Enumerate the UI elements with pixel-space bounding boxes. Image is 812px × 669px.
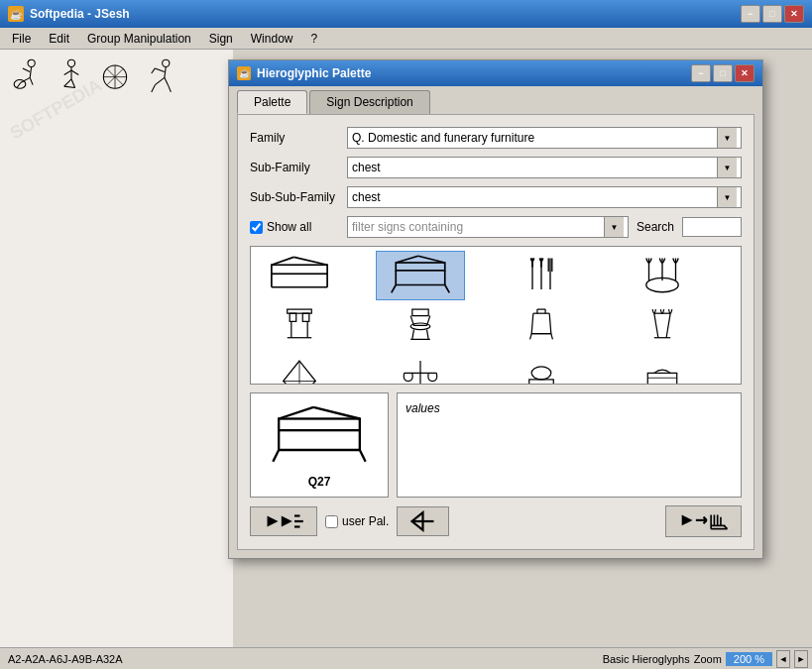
preview-label: Q27 xyxy=(308,475,331,489)
back-button[interactable] xyxy=(397,506,449,536)
subfamily-select-arrow[interactable]: ▼ xyxy=(717,158,737,177)
menu-help[interactable]: ? xyxy=(302,30,325,48)
app-title: Softpedia - JSesh xyxy=(30,7,130,21)
svg-line-22 xyxy=(152,68,156,73)
svg-line-72 xyxy=(666,313,670,338)
svg-rect-52 xyxy=(288,309,312,313)
values-text: values xyxy=(406,401,440,415)
svg-line-83 xyxy=(549,384,551,385)
insert-glyph-button[interactable] xyxy=(250,506,317,536)
glyph-cell-q29[interactable] xyxy=(497,251,586,300)
svg-line-97 xyxy=(360,450,366,462)
dialog-minimize-button[interactable]: − xyxy=(691,64,711,82)
app-icon: ☕ xyxy=(8,6,24,22)
svg-line-61 xyxy=(427,329,429,339)
glyph-cell-q28[interactable] xyxy=(376,251,465,300)
glyph-grid-container[interactable] xyxy=(250,246,742,385)
subfamily-label: Sub-Family xyxy=(250,161,339,174)
svg-line-69 xyxy=(551,333,553,339)
subsubfamily-select[interactable]: chest ▼ xyxy=(347,186,742,208)
subfamily-row: Sub-Family chest ▼ xyxy=(250,157,742,178)
tab-palette[interactable]: Palette xyxy=(237,90,307,114)
user-pal-label: user Pal. xyxy=(342,514,389,528)
svg-point-81 xyxy=(531,366,551,379)
svg-line-60 xyxy=(412,329,414,339)
maximize-button[interactable]: □ xyxy=(762,5,782,23)
close-button[interactable]: ✕ xyxy=(784,5,804,23)
user-pal-checkbox[interactable] xyxy=(325,515,338,528)
zoom-mode-label: Basic Hieroglyphs xyxy=(603,653,690,665)
glyph-cell-q31[interactable] xyxy=(255,302,344,352)
subsubfamily-select-arrow[interactable]: ▼ xyxy=(717,187,737,207)
sidebar-glyph-4 xyxy=(139,57,178,97)
svg-line-10 xyxy=(71,70,78,74)
show-all-label: Show all xyxy=(267,220,311,234)
menu-sign[interactable]: Sign xyxy=(201,30,241,48)
search-input[interactable] xyxy=(682,217,742,237)
menu-group-manipulation[interactable]: Group Manipulation xyxy=(79,30,199,48)
dialog-close-button[interactable]: ✕ xyxy=(735,64,754,82)
main-content: SOFTPEDIA ☕ Hieroglyphic Palette − □ ✕ P… xyxy=(0,50,812,647)
family-row: Family Q. Domestic and funerary furnitur… xyxy=(250,127,742,149)
subsubfamily-value: chest xyxy=(352,190,381,204)
glyph-cell-q34[interactable] xyxy=(618,302,707,352)
window-controls: − □ ✕ xyxy=(741,5,804,23)
scroll-left-button[interactable]: ◄ xyxy=(776,650,790,668)
glyph-grid xyxy=(251,247,741,385)
glyph-cell-q27[interactable] xyxy=(255,251,344,300)
phonetic-button[interactable] xyxy=(665,505,742,537)
glyph-cell-q33[interactable] xyxy=(497,302,586,352)
dialog-title-buttons: − □ ✕ xyxy=(691,64,754,82)
glyph-cell-q30[interactable] xyxy=(618,251,707,300)
svg-line-11 xyxy=(64,79,71,86)
zoom-value: 200 % xyxy=(726,652,772,666)
scroll-right-button[interactable]: ► xyxy=(794,650,808,668)
bottom-toolbar: user Pal. xyxy=(250,505,742,537)
menu-edit[interactable]: Edit xyxy=(41,30,77,48)
family-select-arrow[interactable]: ▼ xyxy=(717,128,737,148)
glyph-cell-q35[interactable] xyxy=(255,354,344,385)
svg-rect-54 xyxy=(302,313,309,321)
svg-line-71 xyxy=(654,313,658,338)
svg-point-19 xyxy=(163,59,170,66)
dialog-icon: ☕ xyxy=(237,66,251,80)
subsubfamily-label: Sub-Sub-Family xyxy=(250,190,339,204)
svg-line-6 xyxy=(17,82,21,87)
svg-line-2 xyxy=(23,68,30,72)
svg-line-25 xyxy=(152,85,156,92)
subfamily-value: chest xyxy=(352,161,381,174)
status-right: Basic Hieroglyphs Zoom 200 % ◄ ► xyxy=(603,650,808,668)
svg-point-0 xyxy=(28,59,35,66)
svg-line-20 xyxy=(165,66,166,77)
svg-rect-53 xyxy=(290,313,296,321)
glyph-cell-q36[interactable] xyxy=(376,354,465,385)
family-label: Family xyxy=(250,131,339,145)
status-bar: A2-A2A-A6J-A9B-A32A Basic Hieroglyphs Zo… xyxy=(0,647,812,669)
svg-rect-27 xyxy=(272,265,327,274)
filter-select-arrow[interactable]: ▼ xyxy=(604,217,624,237)
glyph-cell-q38[interactable] xyxy=(618,354,707,385)
glyph-cell-q37[interactable] xyxy=(497,354,586,385)
subfamily-select[interactable]: chest ▼ xyxy=(347,157,742,178)
show-all-checkbox[interactable] xyxy=(250,221,263,234)
minimize-button[interactable]: − xyxy=(741,5,760,23)
svg-rect-58 xyxy=(412,309,428,316)
menu-file[interactable]: File xyxy=(4,30,39,48)
dialog-maximize-button[interactable]: □ xyxy=(713,64,733,82)
family-select[interactable]: Q. Domestic and funerary furniture ▼ xyxy=(347,127,742,149)
sidebar-glyphs xyxy=(8,57,225,97)
svg-rect-90 xyxy=(279,419,360,431)
menu-bar: File Edit Group Manipulation Sign Window… xyxy=(0,28,812,50)
search-label: Search xyxy=(637,220,674,234)
filter-select[interactable]: filter signs containing ▼ xyxy=(347,216,629,238)
menu-window[interactable]: Window xyxy=(243,30,301,48)
tab-sign-description[interactable]: Sign Description xyxy=(309,90,429,114)
svg-line-23 xyxy=(155,77,164,84)
left-sidebar: SOFTPEDIA xyxy=(0,50,233,647)
show-all-checkbox-label: Show all xyxy=(250,220,339,234)
svg-point-7 xyxy=(67,59,74,66)
svg-line-21 xyxy=(155,68,164,72)
glyph-cell-q32[interactable] xyxy=(376,302,465,352)
svg-line-24 xyxy=(165,77,169,84)
bottom-section: Q27 values xyxy=(250,392,742,498)
